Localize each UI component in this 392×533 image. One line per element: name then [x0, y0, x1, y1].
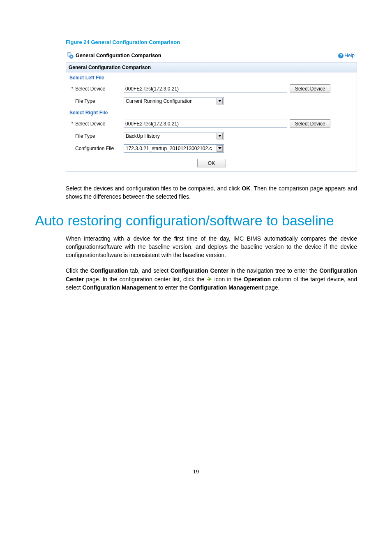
arrow-icon [207, 277, 212, 282]
ok-row: OK [66, 155, 357, 171]
select-device-label: Select Device [75, 121, 124, 127]
figure-caption: Figure 24 General Configuration Comparis… [66, 39, 357, 45]
paragraph-2: When interacting with a device for the f… [66, 234, 357, 260]
config-file-value: 172.3.0.21_startup_20101213002102.c [126, 146, 212, 151]
right-file-type-select[interactable]: BackUp History [124, 132, 224, 140]
left-device-row: * Select Device Select Device [66, 82, 357, 95]
paragraph-3: Click the Configuration tab, and select … [66, 266, 357, 292]
config-comparison-panel: General Configuration Comparison ? Help … [66, 50, 357, 172]
help-icon: ? [338, 53, 344, 58]
chevron-down-icon [217, 98, 223, 104]
config-file-label: Configuration File [75, 146, 124, 151]
left-filetype-row: File Type Current Running Configuration [66, 95, 357, 107]
form-box-title: General Configuration Comparison [66, 63, 357, 72]
svg-marker-3 [218, 100, 221, 102]
compare-icon [67, 52, 74, 59]
svg-point-2 [71, 56, 72, 58]
left-file-type-select[interactable]: Current Running Configuration [124, 97, 224, 105]
select-device-label: Select Device [75, 86, 124, 92]
file-type-label: File Type [75, 133, 124, 139]
form-box: General Configuration Comparison Select … [66, 63, 357, 172]
config-file-row: Configuration File 172.3.0.21_startup_20… [66, 142, 357, 155]
svg-marker-5 [218, 147, 221, 149]
right-filetype-row: File Type BackUp History [66, 130, 357, 142]
config-file-select[interactable]: 172.3.0.21_startup_20101213002102.c [124, 144, 224, 153]
page-number: 19 [35, 468, 357, 475]
right-device-input[interactable] [124, 120, 287, 128]
right-file-section: Select Right File [66, 107, 357, 117]
ok-button[interactable]: OK [197, 159, 226, 167]
chevron-down-icon [217, 145, 223, 152]
left-select-device-button[interactable]: Select Device [290, 84, 330, 93]
required-marker: * [69, 86, 75, 92]
help-link[interactable]: ? Help [338, 53, 355, 58]
panel-header: General Configuration Comparison ? Help [66, 50, 357, 63]
panel-title: General Configuration Comparison [76, 53, 161, 58]
right-select-device-button[interactable]: Select Device [290, 119, 330, 128]
left-device-input[interactable] [124, 85, 287, 93]
required-marker: * [69, 121, 75, 127]
right-file-type-value: BackUp History [126, 133, 160, 139]
help-label: Help [344, 53, 355, 58]
section-heading: Auto restoring configuration/software to… [35, 213, 357, 229]
chevron-down-icon [217, 133, 223, 139]
paragraph-1: Select the devices and configuration fil… [66, 184, 357, 201]
file-type-label: File Type [75, 98, 124, 104]
left-file-type-value: Current Running Configuration [126, 98, 193, 104]
right-device-row: * Select Device Select Device [66, 117, 357, 130]
svg-marker-4 [218, 135, 221, 137]
left-file-section: Select Left File [66, 72, 357, 82]
